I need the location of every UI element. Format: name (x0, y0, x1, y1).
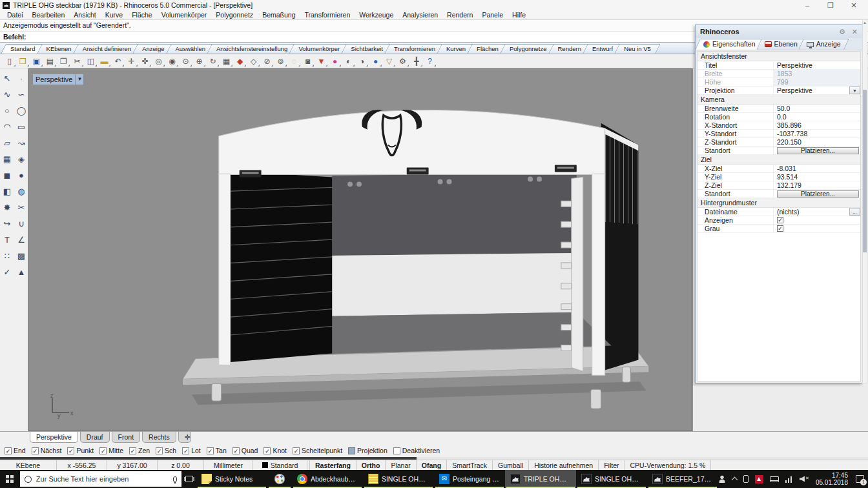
volume-muted-icon[interactable] (800, 476, 809, 483)
status-ortho[interactable]: Ortho (356, 460, 386, 470)
toolbar-tab-kebenen[interactable]: KEbenen (39, 44, 79, 54)
panel-tab-anzeige[interactable]: Anzeige (801, 39, 847, 50)
taskbar-app-abdeckhauben-na[interactable]: Abdeckhauben na... (292, 470, 363, 488)
save-icon[interactable]: ▣ (30, 55, 43, 67)
render-color-wheel-icon[interactable]: ● (328, 55, 342, 67)
status-cpu-verwendung-1-5[interactable]: CPU-Verwendung: 1.5 % (625, 460, 712, 470)
control-curve-icon[interactable]: ∽ (14, 86, 28, 103)
button-platzieren[interactable]: Platzieren... (777, 190, 859, 198)
ortho-icon[interactable]: ⊘ (260, 55, 274, 67)
status-x-556-25[interactable]: x -556.25 (57, 460, 107, 470)
prop-value[interactable]: 93.514 (774, 173, 860, 181)
osnap-knot[interactable]: ✓Knot (264, 447, 287, 454)
lamp-icon[interactable]: ◌ (287, 55, 301, 67)
join-icon[interactable]: ∪ (14, 216, 28, 232)
toolbar-tab-standard[interactable]: Standard (3, 44, 43, 54)
viewport-tab-rechts[interactable]: Rechts (142, 432, 176, 443)
taskbar-app-posteingang-ne[interactable]: Posteingang — ne... (434, 470, 505, 488)
prop-value[interactable]: -1037.738 (774, 130, 860, 137)
paste-icon[interactable]: ▬ (98, 55, 111, 67)
prop-value[interactable]: 0.0 (774, 113, 860, 121)
ellipse-icon[interactable]: ◯ (14, 103, 28, 119)
minimize-button[interactable]: – (796, 0, 819, 10)
microphone-icon[interactable] (173, 476, 177, 482)
explode-icon[interactable]: ✸ (0, 199, 14, 216)
status-y-3167-00[interactable]: y 3167.00 (107, 460, 158, 470)
check-icon[interactable]: ✓ (0, 264, 14, 280)
osnap-checkbox-zen[interactable]: ✓ (129, 447, 136, 454)
shaded-mode-icon[interactable]: ▼ (315, 55, 328, 67)
start-button[interactable] (0, 470, 19, 488)
chevron-up-icon[interactable] (731, 477, 738, 483)
osnap-lot[interactable]: ✓Lot (182, 447, 201, 454)
prop-value[interactable]: 385.896 (774, 121, 860, 129)
undo-icon[interactable]: ↶ (111, 55, 125, 67)
osnap-quad[interactable]: ✓Quad (232, 447, 258, 454)
osnap-checkbox-knot[interactable]: ✓ (264, 447, 271, 454)
panel-tab-ebenen[interactable]: Ebenen (759, 39, 803, 50)
menu-werkzeuge[interactable]: Werkzeuge (355, 10, 398, 19)
osnap-checkbox-tan[interactable]: ✓ (207, 447, 214, 454)
prop-value[interactable]: 1853 (774, 70, 860, 77)
rectangle-icon[interactable]: ▭ (14, 119, 28, 135)
osnap-checkbox-mitte[interactable]: ✓ (99, 447, 107, 454)
menu-fl-che[interactable]: Fläche (127, 10, 157, 19)
prop-value[interactable]: Perspektive (774, 61, 860, 69)
browse-button[interactable]: ... (849, 208, 860, 216)
lock-icon[interactable]: ◙ (301, 55, 315, 67)
status-standard[interactable]: Standard (253, 460, 307, 470)
osnap-checkbox-n-chst[interactable]: ✓ (32, 447, 39, 454)
prop-value[interactable]: 220.150 (774, 138, 860, 146)
phone-icon[interactable] (743, 475, 749, 483)
status-filter[interactable]: Filter (599, 460, 625, 470)
osnap-deaktivieren[interactable]: Deaktivieren (393, 447, 440, 454)
osnap-checkbox-end[interactable]: ✓ (5, 447, 12, 454)
cplane-widget-icon[interactable]: ╋ (409, 55, 423, 67)
toolbar-tab-ausw-hlen[interactable]: Auswählen (169, 44, 212, 54)
rotate-view-icon[interactable]: ↻ (206, 55, 220, 67)
set-cplane-icon[interactable]: ◇ (247, 55, 260, 67)
menu-polygonnetz[interactable]: Polygonnetz (211, 10, 258, 19)
zoom-icon[interactable]: ◎ (152, 55, 165, 67)
annotate-icon[interactable]: ▽ (382, 55, 396, 67)
status-kebene[interactable]: KEbene (0, 460, 57, 470)
render-preview-icon[interactable]: ● (369, 55, 382, 67)
copy-page-icon[interactable]: ❐ (57, 55, 70, 67)
arc-icon[interactable]: ◠ (0, 119, 14, 135)
surface-corner-icon[interactable]: ◈ (14, 151, 28, 167)
prop-value[interactable]: Perspektive▼ (774, 86, 860, 94)
osnap-projektion[interactable]: Projektion (348, 447, 388, 454)
panel-gear-icon[interactable]: ⚙ (839, 28, 845, 36)
model-3d[interactable] (29, 69, 692, 431)
viewport-title-dropdown-icon[interactable]: ▼ (75, 74, 83, 85)
ghosted-mode-icon[interactable]: ◑ (355, 55, 369, 67)
taskbar-search[interactable]: Zur Suche Text hier eingeben (19, 471, 182, 487)
surface-icon[interactable]: ▦ (0, 151, 14, 167)
rendered-mode-icon[interactable]: ◐ (342, 55, 355, 67)
open-file-icon[interactable]: ❒ (16, 55, 30, 67)
text-icon[interactable]: T (0, 232, 14, 248)
osnap-end[interactable]: ✓End (5, 447, 26, 454)
menu-hilfe[interactable]: Hilfe (508, 10, 530, 19)
task-view-button[interactable] (182, 470, 196, 488)
action-center-icon[interactable]: 1 (856, 475, 864, 483)
osnap-checkbox-projektion[interactable] (348, 447, 355, 454)
menu-transformieren[interactable]: Transformieren (300, 10, 355, 19)
taskbar-app-sticky-notes[interactable]: Sticky Notes (196, 470, 267, 488)
toolbar-tab-neu-in-v5[interactable]: Neu in V5 (617, 44, 658, 54)
osnap-checkbox-quad[interactable]: ✓ (232, 447, 240, 454)
options-gear-icon[interactable]: ⚙ (396, 55, 409, 67)
osnap-settings-icon[interactable]: ⊚ (274, 55, 287, 67)
checkbox-anzeigen[interactable]: ✓ (777, 217, 783, 223)
status-gumball[interactable]: Gumball (493, 460, 529, 470)
osnap-tan[interactable]: ✓Tan (207, 447, 227, 454)
polygon-icon[interactable]: ▱ (0, 135, 14, 151)
close-button[interactable]: ✕ (842, 0, 865, 10)
checkbox-grau[interactable]: ✓ (777, 225, 783, 232)
taskbar-app-palette-icon[interactable] (267, 470, 292, 488)
taskbar-app-beefer-171211-14[interactable]: BEEFER_171211 (14... (647, 470, 718, 488)
status-millimeter[interactable]: Millimeter (204, 460, 253, 470)
toolbar-tab-sichtbarkeit[interactable]: Sichtbarkeit (344, 44, 390, 54)
freeform-curve-icon[interactable]: ↝ (14, 135, 28, 151)
trim-icon[interactable]: ✂ (14, 199, 28, 216)
